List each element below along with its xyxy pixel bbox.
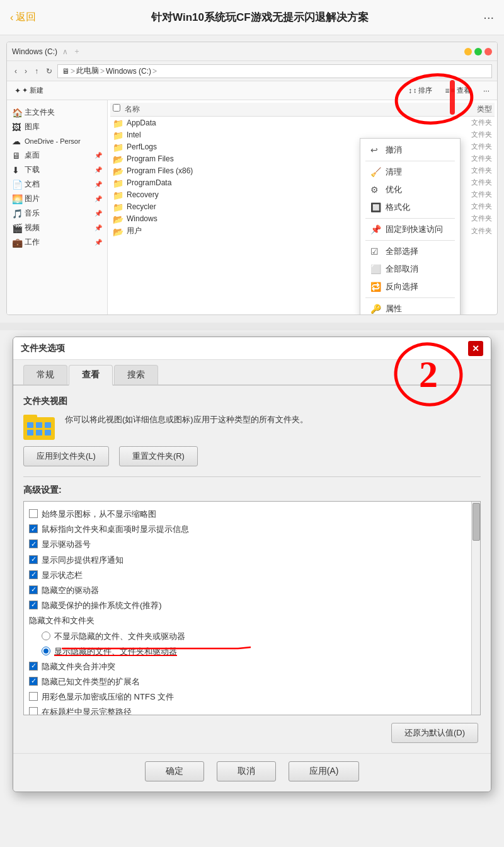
folder-icon: 📁 [113, 118, 124, 127]
tab-search[interactable]: 搜索 [114, 365, 158, 384]
setting-color-encrypted: 用彩色显示加密或压缩的 NTFS 文件 [29, 689, 475, 705]
dialog-close-button[interactable]: ✕ [468, 341, 483, 356]
sidebar-item-onedrive[interactable]: ☁ OneDrive - Persor [7, 134, 107, 148]
context-properties[interactable]: 🔑 属性 [360, 300, 460, 315]
cb-always-icons[interactable] [29, 509, 38, 518]
back-arrow-icon: ‹ [10, 12, 13, 23]
reset-folders-button[interactable]: 重置文件夹(R) [119, 446, 198, 466]
cb-hide-merge[interactable]: ✓ [29, 662, 38, 671]
setting-always-icons: 始终显示图标，从不显示缩略图 [29, 507, 475, 522]
explorer-sidebar: 🏠 主文件夹 🖼 图库 ☁ OneDrive - Persor 🖥 桌面 📌 [7, 100, 108, 314]
music-icon: 🎵 [12, 209, 22, 219]
radio-show-hidden[interactable] [42, 647, 50, 655]
scrollbar-thumb[interactable] [472, 503, 480, 541]
section-hr [23, 476, 481, 477]
cb-hide-protected[interactable]: ✓ [29, 601, 38, 609]
cb-status-bar[interactable]: ✓ [29, 570, 38, 579]
dialog-tabs: 常规 查看 搜索 [13, 360, 491, 386]
advanced-section: 高级设置: 始终显示图标，从不显示缩略图 ✓ 鼠标指向文件夹和桌面项时显示提示信… [23, 485, 481, 743]
more-button[interactable]: ··· [483, 10, 494, 25]
context-deselect-all[interactable]: ⬜ 全部取消 [360, 260, 460, 278]
address-bar[interactable]: 🖥 > 此电脑 > Windows (C:) > [57, 64, 492, 78]
more-ribbon-button[interactable]: ··· [481, 85, 492, 96]
sidebar-item-home[interactable]: 🏠 主文件夹 [7, 105, 107, 120]
sort-button[interactable]: ↕ ↕ 排序 [406, 84, 435, 96]
new-button[interactable]: ✦ ✦ 新建 [12, 84, 46, 96]
context-undo[interactable]: ↩ 撤消 [360, 141, 460, 159]
context-invert[interactable]: 🔁 反向选择 [360, 278, 460, 296]
main-content: Windows (C:) ∧ ＋ ‹ › ↑ ↻ 🖥 > 此电脑 > Windo… [0, 35, 504, 805]
ok-button[interactable]: 确定 [145, 761, 204, 781]
context-clean[interactable]: 🧹 清理 [360, 163, 460, 181]
col-name-header: 名称 [113, 104, 442, 115]
restore-defaults-button[interactable]: 还原为默认值(D) [391, 723, 478, 743]
context-format[interactable]: 🔲 格式化 [360, 199, 460, 216]
pin-icon-4: 📌 [94, 195, 102, 202]
radio-dont-show[interactable] [42, 631, 50, 640]
cb-tooltip[interactable]: ✓ [29, 524, 38, 533]
minimize-button[interactable] [464, 48, 472, 55]
setting-hide-extensions: ✓ 隐藏已知文件类型的扩展名 [29, 674, 475, 689]
folderview-content: 你可以将此视图(如详细信息或图标)应用于这种类型的所有文件夹。 [23, 413, 481, 439]
cb-hide-extensions[interactable]: ✓ [29, 677, 38, 686]
sidebar-item-gallery[interactable]: 🖼 图库 [7, 120, 107, 134]
sidebar-item-music[interactable]: 🎵 音乐 📌 [7, 206, 107, 221]
back-nav-button[interactable]: ‹ [12, 66, 20, 77]
add-tab-icon: ＋ [73, 46, 81, 57]
settings-scrollbar[interactable] [471, 502, 480, 715]
cb-hide-empty[interactable]: ✓ [29, 585, 38, 594]
cancel-button[interactable]: 取消 [217, 761, 276, 781]
setting-status-bar: ✓ 显示状态栏 [29, 568, 475, 583]
address-drive: Windows (C:) [106, 67, 151, 76]
sidebar-item-downloads[interactable]: ⬇ 下载 📌 [7, 163, 107, 177]
apply-button[interactable]: 应用(A) [289, 761, 360, 781]
pin-icon-7: 📌 [94, 239, 102, 246]
folder-icon-3: 📁 [113, 142, 124, 151]
view-button[interactable]: ≡ ≡ 查看 [442, 84, 473, 96]
tab-general[interactable]: 常规 [23, 365, 67, 384]
section-divider [0, 323, 504, 330]
dialog-title: 文件夹选项 [21, 343, 65, 354]
forward-nav-button[interactable]: › [22, 66, 30, 77]
tab-view[interactable]: 查看 [69, 365, 113, 386]
work-icon: 💼 [12, 238, 22, 248]
refresh-button[interactable]: ↻ [43, 66, 55, 77]
back-button[interactable]: ‹ 返回 [10, 11, 36, 24]
pictures-icon: 🌅 [12, 194, 22, 204]
col-type-header: 类型 [442, 104, 492, 115]
file-item-appdata[interactable]: 📁 AppData 文件夹 [110, 117, 495, 129]
folderview-buttons: 应用到文件夹(L) 重置文件夹(R) [23, 446, 481, 466]
folder-icon-8: 📁 [113, 202, 124, 211]
cb-full-path[interactable] [29, 707, 38, 715]
close-button[interactable] [484, 48, 492, 55]
sidebar-item-pictures[interactable]: 🌅 图片 📌 [7, 192, 107, 206]
address-this-pc: 此电脑 [76, 66, 99, 76]
new-icon: ✦ [14, 86, 21, 95]
context-pin[interactable]: 📌 固定到快速访问 [360, 221, 460, 238]
select-all-checkbox[interactable] [113, 104, 120, 112]
documents-icon: 📄 [12, 180, 22, 190]
up-nav-button[interactable]: ↑ [32, 66, 41, 77]
back-label: 返回 [16, 11, 36, 24]
context-optimize[interactable]: ⚙ 优化 [360, 181, 460, 199]
setting-show-hidden: 显示隐藏的文件、文件夹和驱动器 [29, 644, 475, 659]
cb-drive-letter[interactable]: ✓ [29, 539, 38, 548]
sidebar-item-work[interactable]: 💼 工作 📌 [7, 235, 107, 250]
menu-separator-1 [365, 161, 455, 161]
expand-icon: ∧ [62, 47, 68, 56]
sidebar-item-desktop[interactable]: 🖥 桌面 📌 [7, 148, 107, 163]
cb-sync-provider[interactable]: ✓ [29, 555, 38, 564]
svg-rect-6 [27, 422, 33, 428]
sidebar-item-videos[interactable]: 🎬 视频 📌 [7, 221, 107, 235]
apply-to-folders-button[interactable]: 应用到文件夹(L) [23, 446, 109, 466]
cb-color-encrypted[interactable] [29, 692, 38, 701]
svg-rect-9 [27, 430, 33, 435]
folder-icon-big [23, 413, 55, 439]
context-select-all[interactable]: ☑ 全部选择 [360, 243, 460, 260]
folder-icon-9: 📂 [113, 214, 124, 223]
pin-icon-6: 📌 [94, 224, 102, 231]
folderview-section: 文件夹视图 [23, 396, 481, 466]
dialog-body: 文件夹视图 [13, 386, 491, 753]
sidebar-item-documents[interactable]: 📄 文档 📌 [7, 177, 107, 192]
maximize-button[interactable] [474, 48, 482, 55]
